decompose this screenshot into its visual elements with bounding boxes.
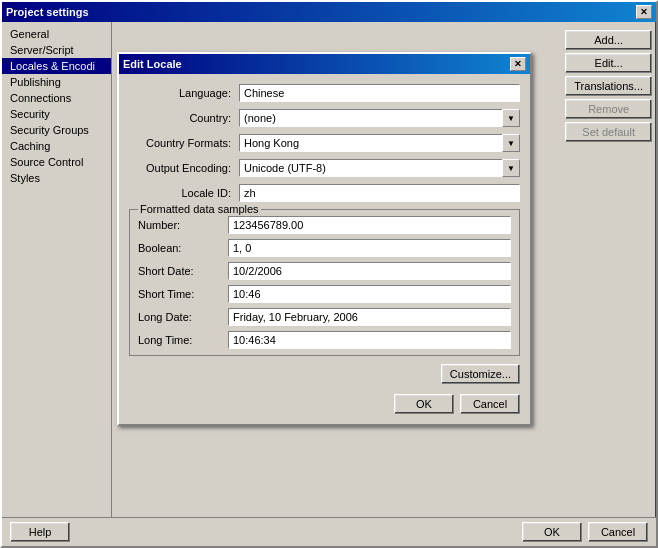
outer-close-button[interactable]: ✕ [636, 5, 652, 19]
translations-button[interactable]: Translations... [565, 76, 652, 96]
short-date-row: Short Date: 10/2/2006 [138, 262, 511, 280]
output-encoding-select[interactable]: Unicode (UTF-8) GB2312 Big5 [239, 159, 520, 177]
locale-id-value [239, 184, 520, 202]
country-label: Country: [129, 112, 239, 124]
help-button[interactable]: Help [10, 522, 70, 542]
country-formats-select-wrapper: Hong Kong China Taiwan ▼ [239, 134, 520, 152]
sidebar-item-caching[interactable]: Caching [2, 138, 111, 154]
locale-id-input[interactable] [239, 184, 520, 202]
short-time-label: Short Time: [138, 288, 228, 300]
dialog-buttons: OK Cancel [129, 390, 520, 414]
edit-locale-dialog: Edit Locale ✕ Language: Country: [117, 52, 532, 426]
output-encoding-label: Output Encoding: [129, 162, 239, 174]
language-input[interactable] [239, 84, 520, 102]
language-row: Language: [129, 84, 520, 102]
right-panel: Add... Edit... Translations... Remove Se… [561, 22, 656, 517]
long-time-row: Long Time: 10:46:34 [138, 331, 511, 349]
sidebar-item-general[interactable]: General [2, 26, 111, 42]
number-label: Number: [138, 219, 228, 231]
dialog-title: Edit Locale [123, 58, 182, 70]
outer-content: General Server/Script Locales & Encodi P… [2, 22, 656, 517]
boolean-label: Boolean: [138, 242, 228, 254]
country-select-wrapper: (none) China Taiwan Hong Kong ▼ [239, 109, 520, 127]
long-date-label: Long Date: [138, 311, 228, 323]
short-time-row: Short Time: 10:46 [138, 285, 511, 303]
short-date-label: Short Date: [138, 265, 228, 277]
sidebar-item-locales[interactable]: Locales & Encodi [2, 58, 111, 74]
dialog-cancel-button[interactable]: Cancel [460, 394, 520, 414]
customize-button[interactable]: Customize... [441, 364, 520, 384]
long-date-row: Long Date: Friday, 10 February, 2006 [138, 308, 511, 326]
outer-bottom: Help OK Cancel [2, 517, 656, 546]
set-default-button[interactable]: Set default [565, 122, 652, 142]
long-time-label: Long Time: [138, 334, 228, 346]
output-encoding-row: Output Encoding: Unicode (UTF-8) GB2312 … [129, 159, 520, 177]
number-row: Number: 123456789.00 [138, 216, 511, 234]
customize-row: Customize... [129, 364, 520, 384]
sidebar-item-styles[interactable]: Styles [2, 170, 111, 186]
outer-ok-button[interactable]: OK [522, 522, 582, 542]
language-value [239, 84, 520, 102]
short-time-value: 10:46 [228, 285, 511, 303]
sidebar-item-connections[interactable]: Connections [2, 90, 111, 106]
formatted-data-group: Formatted data samples Number: 123456789… [129, 209, 520, 356]
outer-cancel-button[interactable]: Cancel [588, 522, 648, 542]
long-time-value: 10:46:34 [228, 331, 511, 349]
boolean-value: 1, 0 [228, 239, 511, 257]
country-formats-label: Country Formats: [129, 137, 239, 149]
sidebar-item-publishing[interactable]: Publishing [2, 74, 111, 90]
sidebar-item-security[interactable]: Security [2, 106, 111, 122]
dialog-body: Language: Country: (none) China Taiwan H… [119, 74, 530, 424]
output-encoding-select-wrapper: Unicode (UTF-8) GB2312 Big5 ▼ [239, 159, 520, 177]
country-formats-select[interactable]: Hong Kong China Taiwan [239, 134, 520, 152]
remove-button[interactable]: Remove [565, 99, 652, 119]
sidebar: General Server/Script Locales & Encodi P… [2, 22, 112, 517]
edit-button[interactable]: Edit... [565, 53, 652, 73]
sidebar-item-security-groups[interactable]: Security Groups [2, 122, 111, 138]
dialog-close-button[interactable]: ✕ [510, 57, 526, 71]
add-button[interactable]: Add... [565, 30, 652, 50]
sidebar-item-source-control[interactable]: Source Control [2, 154, 111, 170]
long-date-value: Friday, 10 February, 2006 [228, 308, 511, 326]
country-formats-row: Country Formats: Hong Kong China Taiwan … [129, 134, 520, 152]
group-legend: Formatted data samples [138, 203, 261, 215]
sidebar-item-server-script[interactable]: Server/Script [2, 42, 111, 58]
dialog-titlebar: Edit Locale ✕ [119, 54, 530, 74]
outer-window: Project settings ✕ General Server/Script… [0, 0, 658, 548]
outer-titlebar: Project settings ✕ [2, 2, 656, 22]
locale-id-label: Locale ID: [129, 187, 239, 199]
outer-window-title: Project settings [6, 6, 89, 18]
dialog-ok-button[interactable]: OK [394, 394, 454, 414]
language-label: Language: [129, 87, 239, 99]
short-date-value: 10/2/2006 [228, 262, 511, 280]
boolean-row: Boolean: 1, 0 [138, 239, 511, 257]
country-select[interactable]: (none) China Taiwan Hong Kong [239, 109, 520, 127]
number-value: 123456789.00 [228, 216, 511, 234]
locale-id-row: Locale ID: [129, 184, 520, 202]
country-row: Country: (none) China Taiwan Hong Kong ▼ [129, 109, 520, 127]
